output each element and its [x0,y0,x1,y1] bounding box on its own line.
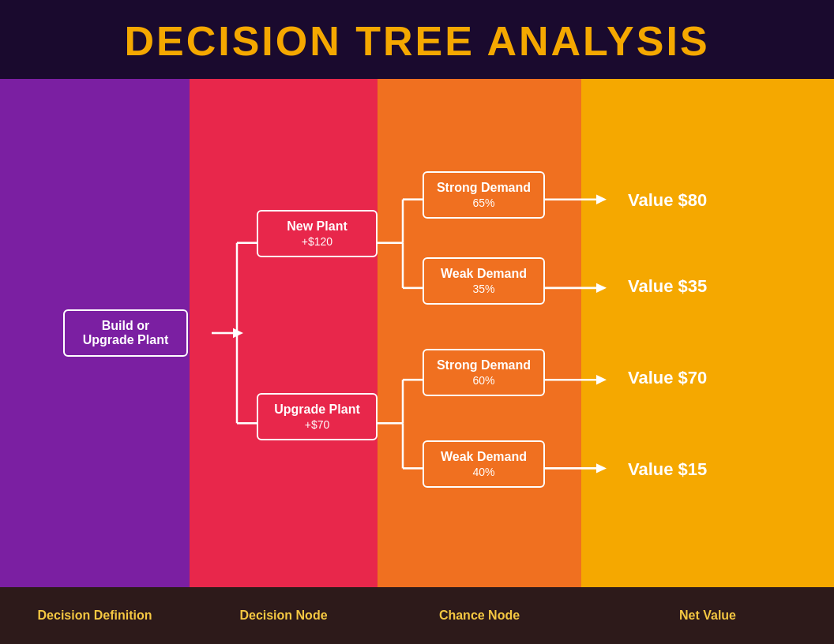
strong-demand-2-sub: 60% [435,374,532,387]
col-chance-node [378,79,581,587]
page-title: DECISION TREE ANALYSIS [0,17,834,65]
col-net-value [581,79,834,587]
strong-demand-1-title: Strong Demand [435,181,532,195]
footer-chance-node: Chance Node [378,587,581,644]
new-plant-box: New Plant +$120 [257,210,378,257]
title-bar: DECISION TREE ANALYSIS [0,0,834,79]
weak-demand-2-title: Weak Demand [435,450,532,464]
footer-net-value: Net Value [581,587,834,644]
weak-demand-2-sub: 40% [435,466,532,478]
weak-demand-1-title: Weak Demand [435,267,532,281]
weak-demand-1-box: Weak Demand 35% [423,257,545,305]
col-decision-node [190,79,378,587]
new-plant-title: New Plant [269,219,365,234]
root-node-box: Build orUpgrade Plant [63,309,188,357]
strong-demand-2-box: Strong Demand 60% [423,349,545,396]
net-value-4: Value $15 [628,459,707,480]
strong-demand-1-box: Strong Demand 65% [423,171,545,219]
strong-demand-2-title: Strong Demand [435,358,532,373]
upgrade-plant-title: Upgrade Plant [269,402,365,417]
net-value-1: Value $80 [628,190,707,211]
new-plant-sub: +$120 [269,235,365,248]
upgrade-plant-sub: +$70 [269,418,365,431]
strong-demand-1-sub: 65% [435,197,532,209]
footer: Decision Definition Decision Node Chance… [0,587,834,644]
main-content: Build orUpgrade Plant New Plant +$120 Up… [0,79,834,587]
footer-decision-node: Decision Node [190,587,378,644]
net-value-3: Value $70 [628,368,707,388]
net-value-2: Value $35 [628,276,707,297]
root-node-label: Build orUpgrade Plant [76,319,175,347]
footer-decision-definition: Decision Definition [0,587,190,644]
weak-demand-2-box: Weak Demand 40% [423,440,545,488]
upgrade-plant-box: Upgrade Plant +$70 [257,393,378,440]
weak-demand-1-sub: 35% [435,283,532,295]
